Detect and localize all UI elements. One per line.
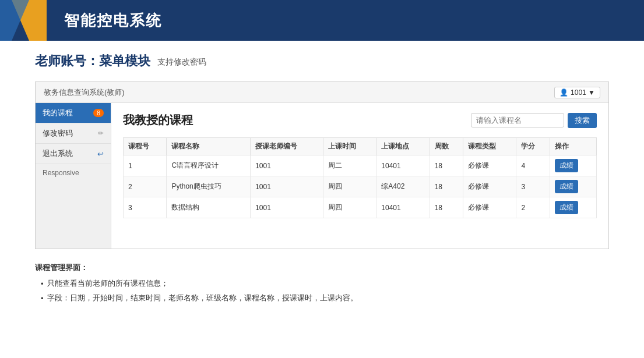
sidebar-item-password[interactable]: 修改密码 ✏ — [36, 123, 111, 144]
sidebar-item-logout[interactable]: 退出系统 ↩ — [36, 144, 111, 164]
table-header: 课程号 课程名称 授课老师编号 上课时间 上课地点 周数 课程类型 学分 操作 — [124, 138, 597, 155]
cell-location: 10401 — [376, 197, 430, 218]
sidebar: 我的课程 8 修改密码 ✏ 退出系统 ↩ Responsive — [36, 103, 111, 249]
sidebar-courses-badge: 8 — [93, 109, 104, 117]
main-header: 我教授的课程 搜索 — [123, 112, 597, 128]
sidebar-logout-label: 退出系统 — [43, 148, 73, 159]
cell-time: 周二 — [323, 155, 376, 176]
sidebar-password-label: 修改密码 — [43, 128, 73, 139]
cell-id: 2 — [124, 176, 167, 197]
col-type: 课程类型 — [463, 138, 516, 155]
section-title: 老师账号：菜单模块 — [35, 52, 150, 70]
cell-weeks: 18 — [430, 155, 463, 176]
sidebar-courses-label: 我的课程 — [43, 108, 73, 118]
page-content: 老师账号：菜单模块 支持修改密码 教务信息查询系统(教师) 👤 1001 ▼ 我… — [0, 41, 644, 317]
cell-name: 数据结构 — [167, 197, 251, 218]
cell-credits: 3 — [516, 176, 550, 197]
col-weeks: 周数 — [430, 138, 463, 155]
system-name: 教务信息查询系统(教师) — [44, 87, 125, 98]
main-title: 我教授的课程 — [123, 112, 193, 128]
notes-item: 字段：日期，开始时间，结束时间，老师名称，班级名称，课程名称，授课课时，上课内容… — [41, 291, 609, 305]
logout-icon: ↩ — [97, 150, 104, 158]
cell-teacher_id: 1001 — [251, 176, 323, 197]
cell-time: 周四 — [323, 197, 376, 218]
cell-weeks: 18 — [430, 197, 463, 218]
cell-location: 10401 — [376, 155, 430, 176]
cell-action: 成绩 — [550, 155, 596, 176]
search-button[interactable]: 搜索 — [568, 113, 597, 128]
grades-button[interactable]: 成绩 — [555, 180, 578, 193]
system-topbar: 教务信息查询系统(教师) 👤 1001 ▼ — [36, 82, 608, 103]
table-row: 2Python爬虫技巧1001周四综A40218必修课3成绩 — [124, 176, 597, 197]
col-credits: 学分 — [516, 138, 550, 155]
col-action: 操作 — [550, 138, 596, 155]
app-title: 智能控电系统 — [64, 10, 162, 31]
cell-time: 周四 — [323, 176, 376, 197]
cell-type: 必修课 — [463, 197, 516, 218]
grades-button[interactable]: 成绩 — [555, 201, 578, 214]
edit-icon: ✏ — [98, 129, 104, 137]
notes-section: 课程管理界面： 只能查看当前老师的所有课程信息；字段：日期，开始时间，结束时间，… — [35, 261, 609, 305]
col-teacher: 授课老师编号 — [251, 138, 323, 155]
table-row: 3数据结构1001周四1040118必修课2成绩 — [124, 197, 597, 218]
cell-id: 3 — [124, 197, 167, 218]
user-id: 1001 ▼ — [571, 88, 595, 97]
notes-item: 只能查看当前老师的所有课程信息； — [41, 277, 609, 290]
cell-action: 成绩 — [550, 197, 596, 218]
cell-location: 综A402 — [376, 176, 430, 197]
col-id: 课程号 — [124, 138, 167, 155]
user-icon: 👤 — [559, 88, 568, 97]
notes-list: 只能查看当前老师的所有课程信息；字段：日期，开始时间，结束时间，老师名称，班级名… — [35, 277, 609, 305]
cell-type: 必修课 — [463, 155, 516, 176]
cell-credits: 4 — [516, 155, 550, 176]
course-table: 课程号 课程名称 授课老师编号 上课时间 上课地点 周数 课程类型 学分 操作 … — [123, 137, 597, 218]
grades-button[interactable]: 成绩 — [555, 159, 578, 172]
cell-teacher_id: 1001 — [251, 197, 323, 218]
header: 智能控电系统 — [0, 0, 644, 41]
cell-weeks: 18 — [430, 176, 463, 197]
cell-type: 必修课 — [463, 176, 516, 197]
table-body: 1C语言程序设计1001周二1040118必修课4成绩2Python爬虫技巧10… — [124, 155, 597, 218]
sidebar-responsive-label: Responsive — [36, 164, 111, 182]
cell-id: 1 — [124, 155, 167, 176]
notes-title: 课程管理界面： — [35, 261, 609, 274]
cell-credits: 2 — [516, 197, 550, 218]
table-header-row: 课程号 课程名称 授课老师编号 上课时间 上课地点 周数 课程类型 学分 操作 — [124, 138, 597, 155]
logo-area — [0, 0, 47, 41]
col-time: 上课时间 — [323, 138, 376, 155]
main-content: 我教授的课程 搜索 课程号 课程名称 授课老师编号 上课时间 — [111, 103, 608, 249]
sidebar-item-courses[interactable]: 我的课程 8 — [36, 103, 111, 123]
search-area: 搜索 — [471, 113, 597, 128]
table-row: 1C语言程序设计1001周二1040118必修课4成绩 — [124, 155, 597, 176]
system-frame: 教务信息查询系统(教师) 👤 1001 ▼ 我的课程 8 修改密码 ✏ 退出系统 — [35, 81, 609, 249]
cell-teacher_id: 1001 — [251, 155, 323, 176]
section-heading: 老师账号：菜单模块 支持修改密码 — [35, 52, 609, 72]
cell-name: Python爬虫技巧 — [167, 176, 251, 197]
col-location: 上课地点 — [376, 138, 430, 155]
cell-name: C语言程序设计 — [167, 155, 251, 176]
cell-action: 成绩 — [550, 176, 596, 197]
section-subtitle: 支持修改密码 — [157, 57, 206, 68]
search-input[interactable] — [471, 113, 564, 127]
col-name: 课程名称 — [167, 138, 251, 155]
user-button[interactable]: 👤 1001 ▼ — [554, 87, 600, 98]
system-body: 我的课程 8 修改密码 ✏ 退出系统 ↩ Responsive 我教授的课程 — [36, 103, 608, 249]
